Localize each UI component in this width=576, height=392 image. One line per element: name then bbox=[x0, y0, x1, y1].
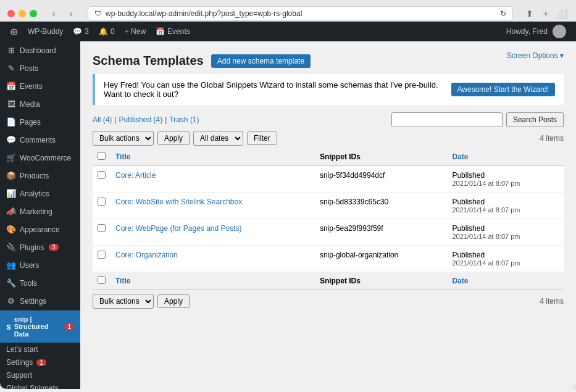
row-date-1: Published 2021/01/14 at 8:07 pm bbox=[447, 193, 564, 219]
pages-icon: 📄 bbox=[6, 117, 16, 127]
filter-trash[interactable]: Trash (1) bbox=[169, 115, 199, 124]
search-input[interactable] bbox=[391, 112, 503, 127]
products-icon: 📦 bbox=[6, 171, 16, 180]
forward-button[interactable]: › bbox=[64, 7, 78, 20]
marketing-icon: 📣 bbox=[6, 207, 16, 216]
notice-box: Hey Fred! You can use the Global Snippet… bbox=[93, 74, 564, 105]
select-all-checkbox-bottom[interactable] bbox=[98, 276, 106, 284]
search-posts-button[interactable]: Search Posts bbox=[506, 112, 564, 127]
sidebar: ⊞ Dashboard ✎ Posts 📅 Events 🖼 Media 📄 bbox=[0, 41, 80, 389]
row-title-2[interactable]: Core: WebPage (for Pages and Posts) bbox=[115, 224, 242, 233]
site-name-item[interactable]: WP-Buddy bbox=[23, 22, 68, 41]
sidebar-label-products: Products bbox=[20, 172, 49, 180]
bulk-actions-bar-bottom: Bulk actions Apply 4 items bbox=[93, 294, 564, 309]
filter-button[interactable]: Filter bbox=[247, 131, 277, 145]
snip-support[interactable]: Support bbox=[0, 369, 80, 382]
filter-links: All (4) | Published (4) | Trash (1) bbox=[93, 115, 199, 124]
date-sort-link[interactable]: Date bbox=[452, 152, 468, 161]
row-title-3[interactable]: Core: Organization bbox=[115, 251, 178, 259]
sidebar-item-events[interactable]: 📅 Events bbox=[0, 77, 80, 95]
new-content-item[interactable]: + New bbox=[120, 22, 151, 41]
row-snippet-id-0: snip-5f34dd4994dcf bbox=[315, 166, 448, 193]
comments-count: 3 bbox=[85, 27, 89, 36]
sidebar-item-users[interactable]: 👥 Users bbox=[0, 256, 80, 274]
sidebar-item-plugins[interactable]: 🔌 Plugins 3 bbox=[0, 238, 80, 256]
row-checkbox-3[interactable] bbox=[98, 251, 106, 259]
snip-settings[interactable]: Settings 1 bbox=[0, 356, 80, 369]
snip-section: s snip | Structured Data 1 Let's start S… bbox=[0, 310, 80, 389]
items-count-bottom: 4 items bbox=[540, 297, 564, 306]
traffic-light-green[interactable] bbox=[30, 10, 37, 17]
notifications-item[interactable]: 🔔 0 bbox=[94, 22, 120, 41]
row-date-0: Published 2021/01/14 at 8:07 pm bbox=[447, 166, 564, 193]
new-tab-button[interactable]: + bbox=[539, 7, 553, 20]
title-sort-link[interactable]: Title bbox=[115, 152, 130, 161]
select-all-checkbox[interactable] bbox=[98, 152, 106, 160]
col-date: Date bbox=[447, 148, 564, 166]
bulk-actions-select-bottom[interactable]: Bulk actions bbox=[93, 294, 154, 309]
snip-logo: s bbox=[6, 322, 11, 332]
sidebar-item-settings[interactable]: ⚙ Settings bbox=[0, 292, 80, 310]
sidebar-item-appearance[interactable]: 🎨 Appearance bbox=[0, 220, 80, 238]
snip-global-wizard[interactable]: Global Snippets Wizard bbox=[0, 382, 80, 389]
sidebar-item-tools[interactable]: 🔧 Tools bbox=[0, 274, 80, 292]
comments-item[interactable]: 💬 3 bbox=[68, 22, 94, 41]
screen-options-toggle[interactable]: Screen Options ▾ bbox=[507, 51, 564, 60]
snip-badge: 1 bbox=[64, 323, 74, 330]
bulk-actions-select-top[interactable]: Bulk actions bbox=[93, 131, 154, 146]
page-title-row: Schema Templates Add new schema template bbox=[93, 54, 507, 68]
row-checkbox-0[interactable] bbox=[98, 171, 106, 179]
address-bar[interactable]: 🛡 wp-buddy.local/wp-admin/edit.php?post_… bbox=[88, 6, 513, 21]
title-sort-link-bottom[interactable]: Title bbox=[115, 277, 130, 285]
sidebar-item-analytics[interactable]: 📊 Analytics bbox=[0, 185, 80, 202]
filter-all[interactable]: All (4) bbox=[93, 115, 112, 124]
snip-settings-label: Settings bbox=[6, 358, 33, 367]
notice-text: Hey Fred! You can use the Global Snippet… bbox=[104, 80, 446, 99]
wp-logo[interactable]: ⊛ bbox=[5, 22, 23, 41]
admin-bar: ⊛ WP-Buddy 💬 3 🔔 0 + New 📅 Events bbox=[0, 22, 576, 41]
date-sort-link-bottom[interactable]: Date bbox=[452, 277, 468, 285]
col-title-bottom: Title bbox=[111, 272, 315, 290]
media-icon: 🖼 bbox=[6, 99, 16, 109]
user-greeting[interactable]: Howdy, Fred bbox=[501, 25, 571, 38]
woocommerce-icon: 🛒 bbox=[6, 153, 16, 162]
snip-main-label: snip | Structured Data bbox=[14, 315, 61, 338]
sidebar-item-woocommerce[interactable]: 🛒 WooCommerce bbox=[0, 149, 80, 167]
apply-button-top[interactable]: Apply bbox=[157, 131, 190, 145]
row-checkbox-2[interactable] bbox=[98, 224, 106, 232]
sidebar-item-media[interactable]: 🖼 Media bbox=[0, 95, 80, 113]
share-button[interactable]: ⬆ bbox=[523, 7, 536, 20]
sidebar-item-dashboard[interactable]: ⊞ Dashboard bbox=[0, 41, 80, 59]
row-snippet-id-3: snip-global-organization bbox=[315, 246, 448, 272]
col-snippet-ids-bottom: Snippet IDs bbox=[315, 272, 448, 290]
sidebar-item-posts[interactable]: ✎ Posts bbox=[0, 59, 80, 77]
sidebar-item-marketing[interactable]: 📣 Marketing bbox=[0, 202, 80, 220]
wizard-button[interactable]: Awesome! Start the Wizard! bbox=[451, 83, 556, 96]
sidebar-item-pages[interactable]: 📄 Pages bbox=[0, 113, 80, 131]
sidebar-label-settings: Settings bbox=[20, 297, 46, 306]
calendar-icon: 📅 bbox=[156, 27, 165, 36]
snip-lets-start[interactable]: Let's start bbox=[0, 343, 80, 356]
user-avatar bbox=[553, 25, 566, 38]
comment-icon: 💬 bbox=[73, 27, 82, 36]
snip-settings-badge: 1 bbox=[36, 359, 46, 366]
users-icon: 👥 bbox=[6, 261, 16, 270]
sidebar-label-tools: Tools bbox=[20, 279, 37, 288]
sidebar-item-products[interactable]: 📦 Products bbox=[0, 167, 80, 185]
back-button[interactable]: ‹ bbox=[47, 7, 61, 20]
row-checkbox-1[interactable] bbox=[98, 198, 106, 206]
events-item[interactable]: 📅 Events bbox=[151, 22, 195, 41]
filter-published[interactable]: Published (4) bbox=[119, 115, 162, 124]
sidebar-label-marketing: Marketing bbox=[20, 207, 52, 216]
sidebar-item-comments[interactable]: 💬 Comments bbox=[0, 131, 80, 149]
traffic-light-yellow[interactable] bbox=[19, 10, 26, 17]
apply-button-bottom[interactable]: Apply bbox=[157, 294, 190, 308]
add-new-schema-button[interactable]: Add new schema template bbox=[211, 54, 311, 68]
row-title-0[interactable]: Core: Article bbox=[115, 171, 156, 180]
date-filter-select[interactable]: All dates bbox=[193, 131, 243, 146]
url-text: wp-buddy.local/wp-admin/edit.php?post_ty… bbox=[106, 9, 302, 18]
row-title-1[interactable]: Core: WebSite with Sitelink Searchbox bbox=[115, 198, 242, 206]
snip-main-item[interactable]: s snip | Structured Data 1 bbox=[0, 311, 80, 343]
traffic-light-red[interactable] bbox=[7, 10, 15, 17]
more-button[interactable]: ⬜ bbox=[555, 7, 569, 20]
